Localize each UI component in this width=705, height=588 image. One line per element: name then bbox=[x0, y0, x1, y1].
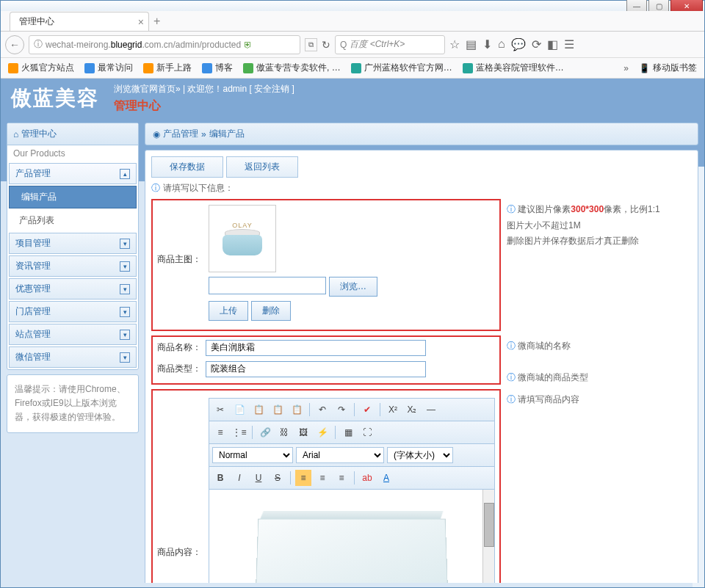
mobile-bookmarks[interactable]: 📱移动版书签 bbox=[639, 62, 697, 74]
sidebar-item-site[interactable]: 站点管理▾ bbox=[9, 324, 137, 345]
editor-toolbar-4: B I U S ≡ ≡ ≡ ab bbox=[209, 467, 495, 490]
ul-icon[interactable]: ⋮≡ bbox=[231, 424, 247, 440]
spellcheck-icon[interactable]: ✔ bbox=[359, 402, 375, 418]
bookmarks-bar: 火狐官方站点 最常访问 新手上路 博客 傲蓝专营专卖软件, … 广州蓝格软件官方… bbox=[1, 58, 704, 79]
download-icon[interactable]: ⬇ bbox=[482, 37, 492, 51]
pocket-icon[interactable]: ⧉ bbox=[305, 38, 317, 51]
sidebar-item-promo[interactable]: 优惠管理▾ bbox=[9, 278, 137, 300]
image-icon[interactable]: 🖼 bbox=[295, 424, 311, 440]
chat-icon[interactable]: 💬 bbox=[511, 37, 526, 51]
chevron-down-icon: ▾ bbox=[120, 307, 130, 317]
redo-icon[interactable]: ↷ bbox=[333, 402, 350, 418]
bookmark-mostvisited[interactable]: 最常访问 bbox=[84, 62, 133, 74]
bookmark-beauty[interactable]: 蓝格美容院管理软件… bbox=[463, 62, 564, 74]
aside-image-tip: ⓘ 建议图片像素300*300像素，比例1:1 图片大小不超过1M 删除图片并保… bbox=[501, 199, 692, 335]
header-links[interactable]: 浏览微官网首页» | 欢迎您！admin [ 安全注销 ] bbox=[114, 83, 294, 95]
search-icon: Q bbox=[340, 40, 347, 50]
textcolor-icon[interactable]: A bbox=[378, 470, 394, 486]
product-image-preview: OLAY bbox=[209, 205, 276, 272]
undo-icon[interactable]: ↶ bbox=[314, 402, 330, 418]
paste-icon[interactable]: 📋 bbox=[250, 402, 267, 418]
strike-icon[interactable]: S bbox=[270, 470, 286, 486]
upload-button[interactable]: 上传 bbox=[209, 301, 248, 321]
tab-close-icon[interactable]: × bbox=[138, 16, 144, 28]
unlink-icon[interactable]: ⛓ bbox=[276, 424, 292, 440]
save-button[interactable]: 保存数据 bbox=[151, 156, 223, 178]
highlight-icon[interactable]: ab bbox=[359, 470, 375, 486]
subscript-icon[interactable]: X₂ bbox=[404, 402, 420, 418]
hr-icon[interactable]: — bbox=[423, 402, 439, 418]
sidebar-item-news[interactable]: 资讯管理▾ bbox=[9, 255, 137, 277]
editor-toolbar: ✂ 📄 📋 📋 📋 ↶ ↷ bbox=[209, 398, 495, 421]
browser-tabbar: 管理中心 × + bbox=[1, 11, 704, 32]
label-type: 商品类型： bbox=[154, 360, 206, 378]
search-bar[interactable]: Q 百度 <Ctrl+K> bbox=[335, 35, 445, 54]
align-left-icon[interactable]: ≡ bbox=[295, 470, 311, 486]
product-box-image bbox=[255, 518, 449, 583]
menu-icon[interactable]: ☰ bbox=[564, 37, 574, 51]
aside-name-type: ⓘ 微商城的名称 ⓘ 微商城的商品类型 bbox=[501, 335, 692, 389]
product-name-input[interactable] bbox=[206, 340, 426, 356]
chevron-down-icon: ▾ bbox=[120, 261, 130, 272]
editor-content[interactable] bbox=[209, 490, 495, 583]
cut-icon[interactable]: ✂ bbox=[212, 402, 228, 418]
paste-word-icon[interactable]: 📋 bbox=[289, 402, 305, 418]
home-icon[interactable]: ⌂ bbox=[498, 37, 505, 51]
delete-button[interactable]: 删除 bbox=[251, 301, 291, 321]
sidebar-item-wechat[interactable]: 微信管理▾ bbox=[9, 346, 137, 368]
bookmark-aolan[interactable]: 傲蓝专营专卖软件, … bbox=[243, 62, 341, 74]
sync-icon[interactable]: ⟳ bbox=[532, 37, 541, 51]
product-type-input[interactable] bbox=[206, 361, 426, 377]
browser-navbar: ← ⓘ wechat-meirong.bluegrid.com.cn/admin… bbox=[1, 32, 704, 58]
new-tab-button[interactable]: + bbox=[153, 15, 160, 31]
copy-icon[interactable]: 📄 bbox=[231, 402, 247, 418]
ol-icon[interactable]: ≡ bbox=[212, 424, 228, 440]
sidebar-title: ⌂ 管理中心 bbox=[7, 123, 138, 145]
bookmarks-overflow[interactable]: » bbox=[623, 63, 629, 73]
chevron-down-icon: ▾ bbox=[120, 239, 130, 249]
format-select[interactable]: Normal bbox=[212, 447, 293, 463]
sidebar-item-products[interactable]: 产品管理▴ bbox=[9, 163, 137, 184]
browse-button[interactable]: 浏览… bbox=[329, 277, 377, 297]
align-center-icon[interactable]: ≡ bbox=[314, 470, 330, 486]
breadcrumb: ◉ 产品管理 » 编辑产品 bbox=[145, 123, 698, 145]
library-icon[interactable]: ▤ bbox=[466, 37, 477, 51]
bold-icon[interactable]: B bbox=[212, 470, 228, 486]
url-bar[interactable]: ⓘ wechat-meirong.bluegrid.com.cn/admin/p… bbox=[29, 35, 300, 54]
back-button[interactable]: 返回列表 bbox=[226, 156, 298, 178]
table-icon[interactable]: ▦ bbox=[340, 424, 356, 440]
underline-icon[interactable]: U bbox=[250, 470, 267, 486]
editor-scrollbar[interactable] bbox=[482, 490, 494, 583]
superscript-icon[interactable]: X² bbox=[385, 402, 401, 418]
file-path-input[interactable] bbox=[209, 277, 326, 294]
shield-icon[interactable]: ⛨ bbox=[244, 40, 253, 50]
font-select[interactable]: Arial bbox=[296, 447, 384, 463]
browser-tab[interactable]: 管理中心 × bbox=[10, 12, 149, 31]
size-select[interactable]: (字体大小) bbox=[387, 447, 453, 463]
aside-content: ⓘ 请填写商品内容 bbox=[501, 389, 692, 583]
align-right-icon[interactable]: ≡ bbox=[333, 470, 350, 486]
italic-icon[interactable]: I bbox=[231, 470, 247, 486]
sidebar-item-edit-product[interactable]: 编辑产品 bbox=[9, 186, 137, 208]
flash-icon[interactable]: ⚡ bbox=[314, 424, 330, 440]
bookmark-gettingstarted[interactable]: 新手上路 bbox=[143, 62, 192, 74]
sidebar-item-projects[interactable]: 项目管理▾ bbox=[9, 233, 137, 254]
fullscreen-icon[interactable]: ⛶ bbox=[359, 424, 375, 440]
link-icon[interactable]: 🔗 bbox=[257, 424, 273, 440]
sidebar-tip: 温馨提示：请使用Chrome、Firefox或IE9以上版本浏览器，获得极速的管… bbox=[7, 375, 138, 432]
sidebar-item-stores[interactable]: 门店管理▾ bbox=[9, 301, 137, 322]
paste-text-icon[interactable]: 📋 bbox=[270, 402, 286, 418]
bookmark-blog[interactable]: 博客 bbox=[202, 62, 233, 74]
sidebar-item-product-list[interactable]: 产品列表 bbox=[7, 210, 138, 231]
back-button[interactable]: ← bbox=[5, 35, 24, 54]
reload-button[interactable]: ↻ bbox=[322, 39, 330, 51]
star-icon[interactable]: ☆ bbox=[449, 37, 460, 51]
addon-icon[interactable]: ◧ bbox=[547, 37, 558, 51]
editor-toolbar-3: Normal Arial (字体大小) bbox=[209, 444, 495, 467]
bookmark-bluegrid[interactable]: 广州蓝格软件官方网… bbox=[351, 62, 452, 74]
chevron-down-icon: ▾ bbox=[120, 330, 130, 340]
bookmark-firefox[interactable]: 火狐官方站点 bbox=[8, 62, 74, 74]
page-header: 傲蓝美容 浏览微官网首页» | 欢迎您！admin [ 安全注销 ] 管理中心 bbox=[1, 79, 704, 118]
editor-toolbar-2: ≡ ⋮≡ 🔗 ⛓ 🖼 ⚡ ▦ ⛶ bbox=[209, 421, 495, 444]
label-content: 商品内容： bbox=[154, 392, 206, 565]
